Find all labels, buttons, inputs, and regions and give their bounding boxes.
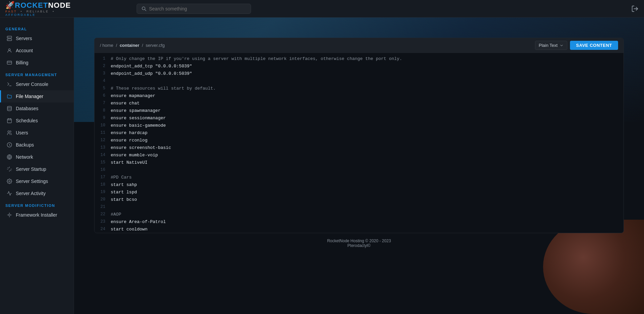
line-number: 5 [95, 85, 111, 91]
line-number: 24 [95, 226, 111, 231]
logo-text: 🚀ROCKETNODE [5, 1, 71, 10]
logout-button[interactable] [631, 5, 639, 12]
console-icon [6, 81, 12, 87]
line-number: 7 [95, 100, 111, 105]
sidebar-item-server-settings[interactable]: Server Settings [0, 175, 74, 187]
language-selector[interactable]: Plain Text [535, 41, 567, 50]
search-bar[interactable] [137, 4, 251, 14]
line-number: 14 [95, 152, 111, 157]
language-label: Plain Text [539, 43, 558, 48]
code-line: 13ensure screenshot-basic [95, 145, 623, 152]
line-content: ensure mapmanager [111, 93, 155, 98]
sidebar-item-account-label: Account [16, 48, 33, 53]
line-content: endpoint_add_udp "0.0.0.0:5039" [111, 70, 192, 76]
body: GENERAL Servers Account Billing SERVER M… [0, 18, 644, 314]
line-number: 12 [95, 137, 111, 143]
line-content: #AOP [111, 211, 121, 217]
footer: RocketNode Hosting © 2020 - 2023 Pteroda… [74, 233, 644, 253]
activity-icon [6, 190, 12, 196]
code-line: 10ensure basic-gamemode [95, 122, 623, 130]
code-line: 6ensure mapmanager [95, 93, 623, 100]
code-line: 9ensure sessionmanager [95, 115, 623, 122]
users-icon [6, 130, 12, 136]
section-server-management-label: SERVER MANAGEMENT [0, 70, 74, 78]
line-content: # Only change the IP if you're using a s… [111, 56, 402, 61]
svg-rect-8 [7, 61, 11, 64]
sidebar-item-server-startup[interactable]: Server Startup [0, 163, 74, 175]
svg-line-1 [145, 9, 146, 11]
line-content: ensure hardcap [111, 130, 147, 135]
sidebar-item-users[interactable]: Users [0, 127, 74, 139]
billing-icon [6, 60, 12, 66]
header: 🚀ROCKETNODE FAST • RELIABLE • AFFORDABLE [0, 0, 644, 18]
code-line: 19start lspd [95, 189, 623, 196]
svg-point-11 [7, 106, 11, 107]
sidebar-item-backups[interactable]: Backups [0, 139, 74, 151]
code-line: 24start cooldown [95, 226, 623, 233]
line-number: 23 [95, 219, 111, 224]
code-line: 1# Only change the IP if you're using a … [95, 56, 623, 63]
line-content: #PD Cars [111, 174, 132, 180]
chevron-down-icon [560, 43, 564, 48]
line-content: start cooldown [111, 226, 147, 232]
line-number: 11 [95, 130, 111, 135]
sidebar-item-servers[interactable]: Servers [0, 32, 74, 44]
sidebar-item-account[interactable]: Account [0, 44, 74, 57]
code-line: 14ensure mumble-voip [95, 152, 623, 159]
account-icon [6, 48, 12, 54]
line-content: ensure Area-of-Patrol [111, 219, 166, 224]
sidebar-item-servers-label: Servers [16, 36, 32, 41]
footer-powered-by: Pterodactyl© [79, 243, 639, 248]
search-icon [142, 6, 146, 11]
code-line: 2endpoint_add_tcp "0.0.0.0:5039" [95, 63, 623, 70]
code-line: 18start sahp [95, 182, 623, 189]
sidebar-item-billing[interactable]: Billing [0, 57, 74, 69]
line-content: endpoint_add_tcp "0.0.0.0:5039" [111, 63, 192, 69]
folder-icon [6, 93, 12, 99]
code-line: 12ensure rconlog [95, 137, 623, 145]
sidebar-item-server-console[interactable]: Server Console [0, 78, 74, 90]
line-number: 8 [95, 107, 111, 113]
code-line: 20start bcso [95, 196, 623, 204]
framework-icon [6, 212, 12, 218]
logo-tagline: FAST • RELIABLE • AFFORDABLE [5, 10, 76, 17]
sidebar-item-framework-installer[interactable]: Framework Installer [0, 209, 74, 221]
code-line: 21 [95, 204, 623, 211]
settings-icon [6, 178, 12, 184]
svg-point-26 [8, 214, 10, 216]
sidebar-item-server-console-label: Server Console [16, 82, 48, 87]
code-line: 7ensure chat [95, 100, 623, 107]
breadcrumb: / home / container / server.cfg [100, 43, 532, 48]
main-content: / home / container / server.cfg Plain Te… [74, 18, 644, 314]
sidebar-item-server-activity[interactable]: Server Activity [0, 187, 74, 199]
code-line: 4 [95, 78, 623, 85]
sidebar-item-file-manager-label: File Manager [16, 94, 43, 99]
footer-copyright: RocketNode Hosting © 2020 - 2023 [79, 239, 639, 243]
sidebar-item-databases[interactable]: Databases [0, 102, 74, 115]
svg-line-21 [8, 167, 8, 168]
line-content: ensure mumble-voip [111, 152, 158, 158]
code-editor[interactable]: 1# Only change the IP if you're using a … [95, 53, 623, 233]
sidebar-item-schedules-label: Schedules [16, 118, 38, 123]
sidebar-item-databases-label: Databases [16, 106, 38, 111]
line-content: ensure sessionmanager [111, 115, 166, 121]
line-number: 15 [95, 159, 111, 165]
sidebar-item-schedules[interactable]: Schedules [0, 115, 74, 127]
breadcrumb-container: container [120, 43, 140, 48]
logout-icon [631, 5, 639, 12]
sidebar-item-server-startup-label: Server Startup [16, 166, 46, 172]
line-content: start NativeUI [111, 159, 147, 165]
line-content: ensure rconlog [111, 137, 147, 143]
section-server-modification-label: SERVER MODIFICTION [0, 201, 74, 209]
save-content-button[interactable]: SAVE CONTENT [570, 41, 618, 50]
line-content: start sahp [111, 182, 137, 187]
code-line: 3endpoint_add_udp "0.0.0.0:5039" [95, 70, 623, 78]
sidebar-item-file-manager[interactable]: File Manager [0, 90, 74, 102]
line-number: 20 [95, 196, 111, 202]
server-icon [6, 35, 12, 41]
line-content: start lspd [111, 189, 137, 195]
line-content: ensure screenshot-basic [111, 145, 171, 150]
search-input[interactable] [149, 6, 246, 11]
database-icon [6, 105, 12, 112]
sidebar-item-network[interactable]: Network [0, 151, 74, 163]
